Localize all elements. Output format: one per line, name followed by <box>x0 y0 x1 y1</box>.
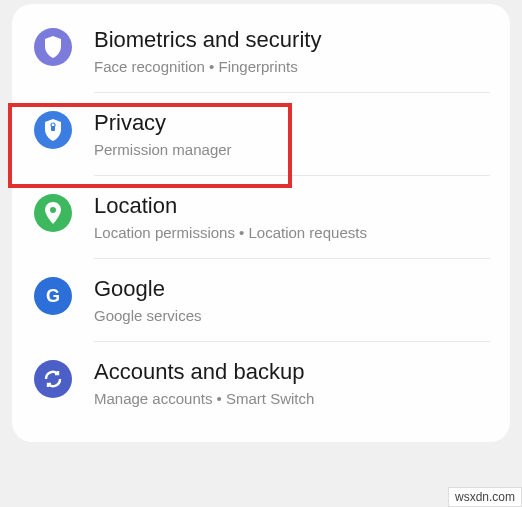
location-pin-icon <box>34 194 72 232</box>
privacy-shield-icon <box>34 111 72 149</box>
settings-item-accounts[interactable]: Accounts and backup Manage accounts • Sm… <box>12 342 510 424</box>
item-title: Google <box>94 275 490 304</box>
settings-item-location[interactable]: Location Location permissions • Location… <box>12 176 510 258</box>
item-title: Biometrics and security <box>94 26 490 55</box>
item-text: Google Google services <box>94 275 490 325</box>
item-text: Accounts and backup Manage accounts • Sm… <box>94 358 490 408</box>
item-subtitle: Location permissions • Location requests <box>94 223 490 243</box>
item-text: Privacy Permission manager <box>94 109 490 159</box>
item-title: Privacy <box>94 109 490 138</box>
item-subtitle: Google services <box>94 306 490 326</box>
settings-item-google[interactable]: G Google Google services <box>12 259 510 341</box>
watermark: wsxdn.com <box>448 487 522 507</box>
svg-point-2 <box>50 207 56 213</box>
google-icon: G <box>34 277 72 315</box>
shield-icon <box>34 28 72 66</box>
settings-item-privacy[interactable]: Privacy Permission manager <box>12 93 510 175</box>
settings-item-biometrics[interactable]: Biometrics and security Face recognition… <box>12 10 510 92</box>
svg-text:G: G <box>46 286 60 306</box>
item-title: Location <box>94 192 490 221</box>
item-subtitle: Face recognition • Fingerprints <box>94 57 490 77</box>
item-subtitle: Manage accounts • Smart Switch <box>94 389 490 409</box>
item-subtitle: Permission manager <box>94 140 490 160</box>
sync-icon <box>34 360 72 398</box>
item-text: Biometrics and security Face recognition… <box>94 26 490 76</box>
settings-list: Biometrics and security Face recognition… <box>12 4 510 442</box>
item-title: Accounts and backup <box>94 358 490 387</box>
item-text: Location Location permissions • Location… <box>94 192 490 242</box>
